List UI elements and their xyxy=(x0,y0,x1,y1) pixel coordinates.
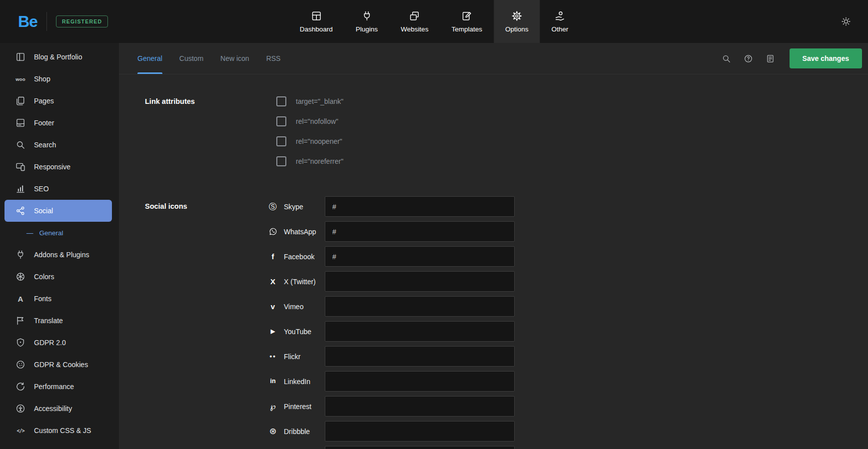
checkbox-label[interactable]: rel="noopener" xyxy=(296,137,342,145)
social-icons-fields: Ⓢ Skype WhatsApp xyxy=(268,196,515,449)
checkbox-row: rel="nofollow" xyxy=(276,111,343,131)
sidebar-item-addons-plugins[interactable]: Addons & Plugins xyxy=(0,244,119,266)
tab-rss[interactable]: RSS xyxy=(266,43,281,74)
flickr-icon: ●● xyxy=(268,354,277,359)
tab-custom[interactable]: Custom xyxy=(179,43,203,74)
social-field-label: Flickr xyxy=(284,353,300,361)
sidebar-item-gdpr-cookies[interactable]: GDPR & Cookies xyxy=(0,354,119,376)
topbar: Be REGISTERED Dashboard Plugins xyxy=(0,0,868,43)
checkbox-label[interactable]: rel="nofollow" xyxy=(296,117,338,125)
pages-icon xyxy=(15,95,26,106)
whatsapp-url-input[interactable] xyxy=(325,221,515,242)
flickr-url-input[interactable] xyxy=(325,346,515,367)
devices-icon xyxy=(15,161,26,172)
youtube-url-input[interactable] xyxy=(325,321,515,342)
social-field-label-wrap: ▶ YouTube xyxy=(268,328,325,336)
sidebar-item-label: Pages xyxy=(34,97,54,105)
social-field-row: ▶ YouTube xyxy=(268,321,515,342)
dash-icon: — xyxy=(26,229,33,237)
sidebar-item-search[interactable]: Search xyxy=(0,134,119,156)
sidebar-item-fonts[interactable]: A Fonts xyxy=(0,288,119,310)
sidebar-item-social[interactable]: Social xyxy=(4,200,112,222)
sidebar-item-label: Performance xyxy=(34,383,74,391)
social-field-label-wrap: v Vimeo xyxy=(268,303,325,311)
search-button[interactable] xyxy=(718,49,736,67)
nav-item-plugins[interactable]: Plugins xyxy=(344,0,389,43)
sidebar-item-gdpr-2[interactable]: GDPR 2.0 xyxy=(0,332,119,354)
color-wheel-icon xyxy=(15,271,26,282)
linkedin-url-input[interactable] xyxy=(325,371,515,392)
letter-a-icon: A xyxy=(15,293,26,304)
sidebar-item-label: Search xyxy=(34,141,56,149)
social-field-row: v Vimeo xyxy=(268,296,515,317)
sidebar-item-colors[interactable]: Colors xyxy=(0,266,119,288)
vimeo-url-input[interactable] xyxy=(325,296,515,317)
social-url-input-partial[interactable] xyxy=(325,446,515,449)
divider xyxy=(46,12,47,31)
woocommerce-icon: woo xyxy=(15,73,26,84)
rel-nofollow-checkbox[interactable] xyxy=(276,116,286,126)
cookie-icon xyxy=(15,359,26,370)
tab-new-icon[interactable]: New icon xyxy=(220,43,249,74)
tab-actions: Save changes xyxy=(718,48,862,68)
nav-item-other[interactable]: Other xyxy=(540,0,580,43)
changelog-icon xyxy=(766,54,775,63)
sidebar-subitem-general[interactable]: — General xyxy=(0,222,119,244)
youtube-icon: ▶ xyxy=(268,329,277,334)
facebook-url-input[interactable] xyxy=(325,246,515,267)
checkbox-label[interactable]: target="_blank" xyxy=(296,97,343,105)
skype-url-input[interactable] xyxy=(325,196,515,217)
speed-icon xyxy=(15,381,26,392)
social-field-row: WhatsApp xyxy=(268,221,515,242)
checkbox-row: target="_blank" xyxy=(276,91,343,111)
x-twitter-url-input[interactable] xyxy=(325,271,515,292)
hand-icon xyxy=(554,10,565,21)
dribbble-url-input[interactable] xyxy=(325,421,515,442)
sidebar-item-label: Responsive xyxy=(34,163,70,171)
rel-noreferrer-checkbox[interactable] xyxy=(276,156,286,166)
social-field-row-partial xyxy=(268,446,515,449)
help-button[interactable] xyxy=(740,49,758,67)
layout-icon xyxy=(15,51,26,62)
social-field-label: Vimeo xyxy=(284,303,303,311)
pinterest-url-input[interactable] xyxy=(325,396,515,417)
sidebar-item-label: GDPR & Cookies xyxy=(34,361,88,369)
save-changes-button[interactable]: Save changes xyxy=(790,48,862,68)
sidebar-item-responsive[interactable]: Responsive xyxy=(0,156,119,178)
betheme-logo[interactable]: Be xyxy=(18,12,37,31)
x-twitter-icon: X xyxy=(268,278,277,285)
tab-general[interactable]: General xyxy=(137,43,162,74)
social-field-row: in LinkedIn xyxy=(268,371,515,392)
nav-item-templates[interactable]: Templates xyxy=(440,0,494,43)
sidebar-item-translate[interactable]: Translate xyxy=(0,310,119,332)
sidebar-item-seo[interactable]: SEO xyxy=(0,178,119,200)
sidebar-item-accessibility[interactable]: Accessibility xyxy=(0,398,119,420)
nav-item-websites[interactable]: Websites xyxy=(389,0,440,43)
sidebar-item-performance[interactable]: Performance xyxy=(0,376,119,398)
social-field-label: Pinterest xyxy=(284,403,311,411)
section-title: Link attributes xyxy=(145,91,276,171)
nav-item-dashboard[interactable]: Dashboard xyxy=(288,0,344,43)
main-content: General Custom New icon RSS Save changes xyxy=(119,43,868,449)
flag-icon xyxy=(15,315,26,326)
sidebar-item-custom-css-js[interactable]: </> Custom CSS & JS xyxy=(0,420,119,442)
help-icon xyxy=(744,54,753,63)
rel-noopener-checkbox[interactable] xyxy=(276,136,286,146)
websites-icon xyxy=(409,10,420,21)
sidebar-item-shop[interactable]: woo Shop xyxy=(0,68,119,90)
sidebar-item-pages[interactable]: Pages xyxy=(0,90,119,112)
vimeo-icon: v xyxy=(268,303,277,310)
target-blank-checkbox[interactable] xyxy=(276,96,286,106)
sidebar-item-footer[interactable]: Footer xyxy=(0,112,119,134)
light-mode-sun-icon[interactable] xyxy=(841,16,851,26)
topbar-right xyxy=(841,16,868,26)
section-tabbar: General Custom New icon RSS Save changes xyxy=(119,43,868,74)
sidebar-item-label: Translate xyxy=(34,317,63,325)
linkedin-icon: in xyxy=(268,378,277,385)
checkbox-label[interactable]: rel="noreferrer" xyxy=(296,157,343,165)
changelog-button[interactable] xyxy=(762,49,780,67)
dribbble-icon: ⊛ xyxy=(268,427,277,436)
social-field-row: ⊛ Dribbble xyxy=(268,421,515,442)
nav-item-options[interactable]: Options xyxy=(494,0,540,43)
sidebar-item-blog-portfolio[interactable]: Blog & Portfolio xyxy=(0,46,119,68)
